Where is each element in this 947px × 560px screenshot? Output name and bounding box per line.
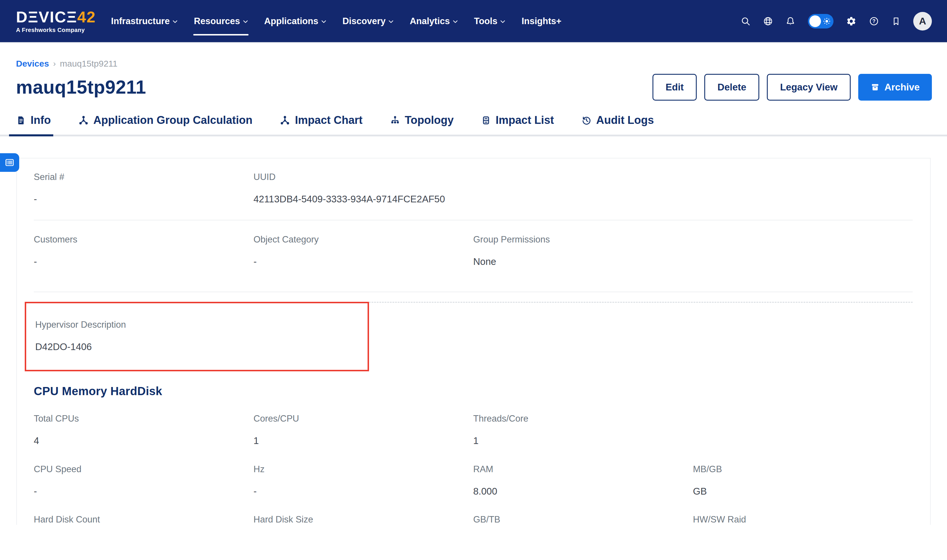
cpu-row-3: Hard Disk Count Hard Disk Size GB/TB HW/… [34,514,913,525]
search-icon[interactable] [741,16,751,26]
nav-item-resources[interactable]: Resources [194,16,248,26]
archive-button[interactable]: Archive [858,74,932,101]
tab-impact-list[interactable]: Impact List [481,114,554,135]
content-area: Serial # - UUID 42113DB4-5409-3333-934A-… [0,158,947,525]
help-icon[interactable]: ? [869,16,879,26]
nav-item-insights-plus[interactable]: Insights+ [521,16,561,26]
device42-logo-number: 42 [77,8,96,26]
field-threads-per-core: Threads/Core 1 [473,414,693,448]
field-value: 8.000 [473,484,674,498]
tab-application-group-calculation[interactable]: Application Group Calculation [78,114,253,135]
device-info-card: Serial # - UUID 42113DB4-5409-3333-934A-… [16,158,931,525]
field-value: - [253,254,454,269]
field-label: Hypervisor Description [35,320,356,330]
section-title-cpu-memory-harddisk: CPU Memory HardDisk [34,385,913,398]
field-hz: Hz - [253,464,473,498]
action-buttons: Edit Delete Legacy View Archive [652,74,932,101]
svg-text:?: ? [873,18,876,24]
tab-info[interactable]: Info [16,114,51,135]
field-hard-disk-count: Hard Disk Count [34,514,253,525]
field-group-permissions: Group Permissions None [473,234,693,269]
list-panel-icon [5,157,15,168]
info-row-serial-uuid: Serial # - UUID 42113DB4-5409-3333-934A-… [34,172,913,220]
theme-toggle[interactable] [808,14,833,29]
chevron-down-icon [389,20,393,23]
page-title: mauq15tp9211 [16,77,146,98]
sidebar-toggle-button[interactable] [0,153,19,172]
field-ram: RAM 8.000 [473,464,693,498]
cpu-row-2: CPU Speed - Hz - RAM 8.000 MB/GB GB [34,464,913,498]
top-navbar: DΞVICΞ42 A Freshworks Company Infrastruc… [0,0,947,43]
gear-icon[interactable] [846,16,856,26]
navbar-right-icons: ? A [741,12,932,31]
field-value: - [34,192,234,206]
avatar[interactable]: A [913,12,932,31]
tab-topology[interactable]: Topology [390,114,454,135]
page-header: Devices › mauq15tp9211 mauq15tp9211 Edit… [0,43,947,101]
breadcrumb-separator: › [53,59,56,68]
field-label: Total CPUs [34,414,253,424]
device42-logo-text: DΞVICΞ42 [16,9,96,25]
edit-button[interactable]: Edit [652,74,697,101]
field-value: None [473,254,674,269]
device42-logo[interactable]: DΞVICΞ42 A Freshworks Company [16,9,96,34]
nav-item-infrastructure[interactable]: Infrastructure [111,16,178,26]
toggle-knob [809,15,821,27]
field-value: 1 [473,433,674,448]
field-value: D42DO-1406 [35,339,236,354]
field-value: - [34,484,234,498]
field-uuid: UUID 42113DB4-5409-3333-934A-9714FCE2AF5… [253,172,473,206]
history-icon [581,115,591,125]
tab-impact-chart[interactable]: Impact Chart [280,114,362,135]
nav-item-discovery[interactable]: Discovery [342,16,393,26]
freshworks-tagline: A Freshworks Company [16,27,96,34]
legacy-view-button[interactable]: Legacy View [767,74,851,101]
bell-icon[interactable] [785,16,795,26]
field-value: 42113DB4-5409-3333-934A-9714FCE2AF50 [253,192,454,206]
field-label: RAM [473,464,693,474]
field-value: - [34,254,234,269]
nav-item-tools[interactable]: Tools [474,16,505,26]
field-value: GB [693,484,894,498]
chevron-down-icon [243,20,248,23]
field-mb-gb: MB/GB GB [693,464,913,498]
globe-icon[interactable] [763,16,773,26]
field-label: Object Category [253,234,473,245]
nav-item-applications[interactable]: Applications [264,16,326,26]
detail-tabs: Info Application Group Calculation Impac… [0,114,947,136]
cpu-row-1: Total CPUs 4 Cores/CPU 1 Threads/Core 1 [34,414,913,448]
field-label: Customers [34,234,253,245]
field-label: UUID [253,172,473,182]
breadcrumb-current: mauq15tp9211 [60,59,117,69]
hypervisor-section: Hypervisor Description D42DO-1406 [34,302,913,371]
archive-icon [870,83,880,92]
field-label: Threads/Core [473,414,693,424]
chevron-down-icon [500,20,505,23]
field-hypervisor-description: Hypervisor Description D42DO-1406 [35,320,356,354]
delete-button[interactable]: Delete [704,74,759,101]
nav-item-analytics[interactable]: Analytics [410,16,458,26]
field-total-cpus: Total CPUs 4 [34,414,253,448]
field-label: Serial # [34,172,253,182]
chevron-down-icon [173,20,177,23]
document-icon [16,115,26,125]
field-label: Cores/CPU [253,414,473,424]
tree-icon [390,115,400,125]
field-label: Hard Disk Size [253,514,473,525]
breadcrumb-devices-link[interactable]: Devices [16,59,49,69]
field-cpu-speed: CPU Speed - [34,464,253,498]
field-label: MB/GB [693,464,913,474]
field-label: Group Permissions [473,234,693,245]
chevron-down-icon [453,20,458,23]
tab-audit-logs[interactable]: Audit Logs [581,114,654,135]
info-row-customers: Customers - Object Category - Group Perm… [34,220,913,292]
hub-icon [78,115,89,126]
field-label: CPU Speed [34,464,253,474]
field-label: Hard Disk Count [34,514,253,525]
field-label: GB/TB [473,514,693,525]
field-hard-disk-size: Hard Disk Size [253,514,473,525]
field-label: Hz [253,464,473,474]
hub-icon [280,115,290,126]
field-label: HW/SW Raid [693,514,913,525]
bookmark-icon[interactable] [891,17,901,26]
